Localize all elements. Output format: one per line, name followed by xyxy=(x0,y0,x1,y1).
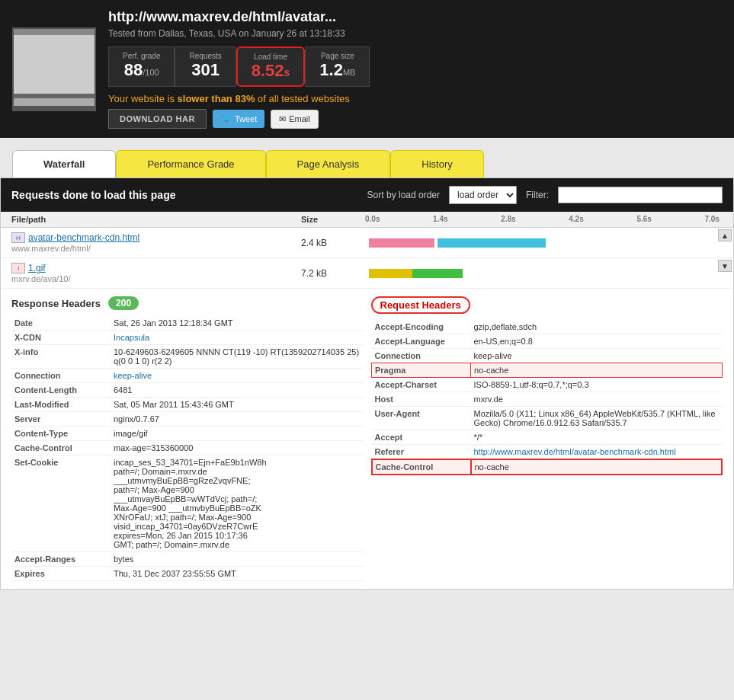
table-row: Cache-Control no-cache xyxy=(372,459,723,475)
file-icon-img: I xyxy=(11,263,25,273)
table-row: Accept-Charset ISO-8859-1,utf-8;q=0.7,*;… xyxy=(372,378,723,392)
file-name-cell-1: H avatar-benchmark-cdn.html www.maxrev.d… xyxy=(11,232,301,253)
metric-requests: Requests 301 xyxy=(175,46,236,87)
requests-header-bar: Requests done to load this page Sort by … xyxy=(1,178,733,212)
tab-history[interactable]: History xyxy=(390,150,483,177)
response-headers-table: Date Sat, 26 Jan 2013 12:18:34 GMT X-CDN… xyxy=(11,316,364,581)
table-row: Accept-Language en-US,en;q=0.8 xyxy=(372,334,723,349)
table-row: Content-Length 6481 xyxy=(11,383,364,398)
slower-text: Your website is slower than 83% of all t… xyxy=(108,93,722,104)
table-row: Cache-Control max-age=315360000 xyxy=(11,441,364,455)
table-row: H avatar-benchmark-cdn.html www.maxrev.d… xyxy=(1,228,733,258)
file-size-1: 2.4 kB xyxy=(301,238,362,248)
request-headers-title: Request Headers xyxy=(371,296,470,314)
sort-select[interactable]: load order xyxy=(449,186,517,204)
file-icon-html: H xyxy=(11,232,25,243)
status-badge: 200 xyxy=(108,296,139,310)
response-headers-title: Response Headers xyxy=(11,298,101,309)
table-row: Connection keep-alive xyxy=(11,369,364,383)
table-row: Accept */* xyxy=(372,430,723,445)
table-row: Server nginx/0.7.67 xyxy=(11,412,364,427)
metric-load-time: Load time 8.52s xyxy=(236,46,306,87)
table-row: Date Sat, 26 Jan 2013 12:18:34 GMT xyxy=(11,316,364,331)
file-domain-2: mxrv.de/ava/10/ xyxy=(11,274,70,283)
table-row: Last-Modified Sat, 05 Mar 2011 15:43:46 … xyxy=(11,398,364,412)
top-header: http://www.maxrev.de/html/avatar... Test… xyxy=(0,0,734,138)
table-row: X-info 10-6249603-6249605 NNNN CT(119 -1… xyxy=(11,345,364,369)
table-row: I 1.gif mxrv.de/ava/10/ 7.2 kB ▼ xyxy=(1,258,733,289)
request-headers-table: Accept-Encoding gzip,deflate,sdch Accept… xyxy=(371,320,723,475)
metric-page-size: Page size 1.2MB xyxy=(305,46,370,87)
metrics-row: Perf. grade 88/100 Requests 301 Load tim… xyxy=(108,46,722,87)
test-info: Tested from Dallas, Texas, USA on Januar… xyxy=(108,28,722,39)
tab-page-analysis[interactable]: Page Analysis xyxy=(266,150,391,177)
timeline-labels: 0.0s 1.4s 2.8s 4.2s 5.6s 7.0s xyxy=(362,215,723,224)
file-size-2: 7.2 kB xyxy=(301,268,362,279)
waterfall-bar-2 xyxy=(362,266,723,281)
site-thumbnail xyxy=(12,27,96,111)
tabs-container: Waterfall Performance Grade Page Analysi… xyxy=(0,138,734,177)
metric-perf-grade: Perf. grade 88/100 xyxy=(108,46,175,87)
col-file-path: File/path xyxy=(11,215,301,224)
main-content: Requests done to load this page Sort by … xyxy=(0,177,734,590)
table-row: Expires Thu, 31 Dec 2037 23:55:55 GMT xyxy=(11,567,364,581)
twitter-icon: 🐦 xyxy=(220,113,232,124)
table-row: Host mxrv.de xyxy=(372,392,723,407)
table-row: Content-Type image/gif xyxy=(11,427,364,441)
table-column-headers: File/path Size 0.0s 1.4s 2.8s 4.2s 5.6s … xyxy=(1,212,733,228)
tweet-button[interactable]: 🐦 Tweet xyxy=(213,110,264,128)
file-link-2[interactable]: 1.gif xyxy=(28,263,46,273)
table-row: Accept-Ranges bytes xyxy=(11,552,364,567)
requests-panel-title: Requests done to load this page xyxy=(11,189,358,201)
scroll-up-button[interactable]: ▲ xyxy=(718,229,732,241)
waterfall-bar-1 xyxy=(362,235,723,251)
file-link-1[interactable]: avatar-benchmark-cdn.html xyxy=(28,232,139,243)
email-button[interactable]: ✉ Email xyxy=(271,110,319,129)
file-name-cell-2: I 1.gif mxrv.de/ava/10/ xyxy=(11,263,301,283)
table-row: User-Agent Mozilla/5.0 (X11; Linux x86_6… xyxy=(372,407,723,430)
table-row: Referer http://www.maxrev.de/html/avatar… xyxy=(372,445,723,460)
tab-performance-grade[interactable]: Performance Grade xyxy=(116,150,265,177)
filter-input[interactable] xyxy=(558,187,723,203)
response-headers-panel: Response Headers 200 Date Sat, 26 Jan 20… xyxy=(11,296,364,581)
request-headers-panel: Request Headers Accept-Encoding gzip,def… xyxy=(371,296,723,581)
table-row: Pragma no-cache xyxy=(372,363,723,378)
table-row: Accept-Encoding gzip,deflate,sdch xyxy=(372,320,723,334)
headers-section: Response Headers 200 Date Sat, 26 Jan 20… xyxy=(1,289,733,589)
table-row: Set-Cookie incap_ses_53_34701=Ejn+FaE9b1… xyxy=(11,455,364,552)
tab-waterfall[interactable]: Waterfall xyxy=(12,150,116,177)
file-domain-1: www.maxrev.de/html/ xyxy=(11,244,91,253)
table-row: Connection keep-alive xyxy=(372,349,723,363)
col-size: Size xyxy=(301,215,362,224)
download-har-button[interactable]: DOWNLOAD HAR xyxy=(108,109,207,129)
scroll-down-button[interactable]: ▼ xyxy=(718,260,732,272)
email-icon: ✉ xyxy=(279,114,286,124)
table-row: X-CDN Incapsula xyxy=(11,331,364,345)
site-url: http://www.maxrev.de/html/avatar... xyxy=(108,9,722,25)
